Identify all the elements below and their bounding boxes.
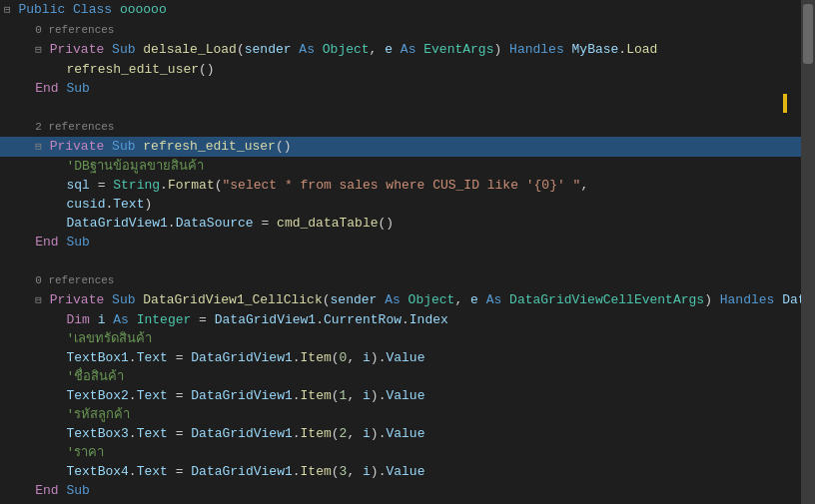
- line-content: [0, 500, 801, 504]
- table-row: 2 references: [0, 117, 801, 137]
- line-content: 2 references: [0, 117, 801, 137]
- line-content: TextBox2.Text = DataGridView1.Item(1, i)…: [0, 386, 801, 405]
- line-content: End Sub: [0, 79, 801, 98]
- table-row: 'ราคา: [0, 443, 801, 462]
- editor-container: ⊟ Public Class oooooo 0 references ⊟ Pri…: [0, 0, 815, 504]
- table-row: 0 references: [0, 20, 801, 40]
- table-row: ⊟ Private Sub DataGridView1_CellClick(se…: [0, 290, 801, 310]
- table-row: sql = String.Format("select * from sales…: [0, 176, 801, 195]
- table-row: ⊟ Private Sub delsale_Load(sender As Obj…: [0, 40, 801, 60]
- line-content: DataGridView1.DataSource = cmd_dataTable…: [0, 214, 801, 233]
- table-row: End Sub: [0, 481, 801, 500]
- table-row: Dim i As Integer = DataGridView1.Current…: [0, 310, 801, 329]
- scrollbar-thumb[interactable]: [803, 4, 813, 64]
- table-row: TextBox2.Text = DataGridView1.Item(1, i)…: [0, 386, 801, 405]
- table-row: End Sub: [0, 79, 801, 98]
- line-content: 'เลขทรัดสินค้า: [0, 329, 801, 348]
- line-content: 0 references: [0, 270, 801, 290]
- line-content: sql = String.Format("select * from sales…: [0, 176, 801, 195]
- table-row: ⊟ Public Class oooooo: [0, 0, 801, 20]
- line-content: Dim i As Integer = DataGridView1.Current…: [0, 310, 801, 329]
- scroll-indicator-yellow: [783, 94, 787, 113]
- line-content: ⊟ Private Sub DataGridView1_CellClick(se…: [0, 290, 801, 310]
- table-row: 'DBฐานข้อมูลขายสินค้า: [0, 157, 801, 176]
- line-content: [0, 252, 801, 270]
- line-content: 'ชื่อสินค้า: [0, 367, 801, 386]
- line-content: refresh_edit_user(): [0, 60, 801, 79]
- table-row: ⊟ Private Sub refresh_edit_user(): [0, 137, 801, 157]
- table-row: End Sub: [0, 233, 801, 252]
- table-row: 0 references: [0, 270, 801, 290]
- line-content: 'DBฐานข้อมูลขายสินค้า: [0, 157, 801, 176]
- vertical-scrollbar[interactable]: [801, 0, 815, 504]
- code-area[interactable]: ⊟ Public Class oooooo 0 references ⊟ Pri…: [0, 0, 801, 504]
- table-row: 'รหัสลูกค้า: [0, 405, 801, 424]
- table-row: TextBox3.Text = DataGridView1.Item(2, i)…: [0, 424, 801, 443]
- line-content: End Sub: [0, 481, 801, 500]
- line-content: 'ราคา: [0, 443, 801, 462]
- table-row: TextBox4.Text = DataGridView1.Item(3, i)…: [0, 462, 801, 481]
- line-content: ⊟ Public Class oooooo: [0, 0, 801, 20]
- table-row: refresh_edit_user(): [0, 60, 801, 79]
- table-row: 'เลขทรัดสินค้า: [0, 329, 801, 348]
- line-content: ⊟ Private Sub refresh_edit_user(): [0, 137, 801, 157]
- line-content: End Sub: [0, 233, 801, 252]
- line-content: TextBox3.Text = DataGridView1.Item(2, i)…: [0, 424, 801, 443]
- table-row: [0, 252, 801, 270]
- line-content: TextBox4.Text = DataGridView1.Item(3, i)…: [0, 462, 801, 481]
- table-row: 'ชื่อสินค้า: [0, 367, 801, 386]
- line-content: 'รหัสลูกค้า: [0, 405, 801, 424]
- table-row: TextBox1.Text = DataGridView1.Item(0, i)…: [0, 348, 801, 367]
- line-content: TextBox1.Text = DataGridView1.Item(0, i)…: [0, 348, 801, 367]
- table-row: [0, 500, 801, 504]
- line-content: [0, 98, 801, 117]
- table-row: [0, 98, 801, 117]
- line-content: cusid.Text): [0, 195, 801, 214]
- table-row: DataGridView1.DataSource = cmd_dataTable…: [0, 214, 801, 233]
- line-content: ⊟ Private Sub delsale_Load(sender As Obj…: [0, 40, 801, 60]
- line-content: 0 references: [0, 20, 801, 40]
- table-row: cusid.Text): [0, 195, 801, 214]
- code-lines: ⊟ Public Class oooooo 0 references ⊟ Pri…: [0, 0, 801, 504]
